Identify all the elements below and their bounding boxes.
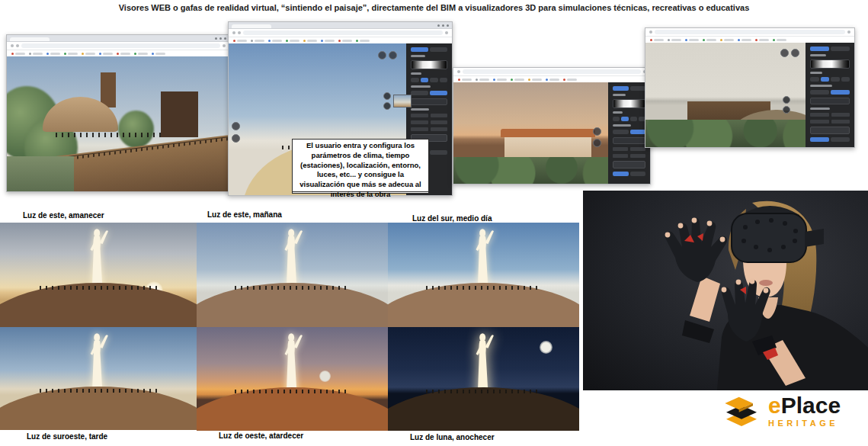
- bookmark-item[interactable]: [251, 40, 264, 42]
- zoom-in-button[interactable]: [780, 49, 789, 57]
- viewport-plaza-scene[interactable]: [7, 56, 229, 191]
- bookmark-item[interactable]: [511, 79, 524, 81]
- bookmark-item[interactable]: [82, 53, 95, 55]
- checkbox-row[interactable]: [810, 113, 850, 117]
- url-field[interactable]: [21, 43, 220, 48]
- checkbox-row[interactable]: [411, 127, 447, 131]
- back-icon[interactable]: [457, 70, 460, 73]
- checkbox-row[interactable]: [411, 114, 447, 117]
- bookmark-item[interactable]: [152, 53, 165, 55]
- bookmark-item[interactable]: [546, 79, 559, 81]
- bookmark-item[interactable]: [755, 39, 769, 41]
- back-icon[interactable]: [11, 44, 14, 47]
- panel-tab-settings[interactable]: [810, 47, 829, 51]
- profile-icon[interactable]: [445, 31, 448, 34]
- address-bar[interactable]: [453, 68, 650, 76]
- bookmark-item[interactable]: [99, 53, 113, 55]
- browser-tab[interactable]: [10, 37, 50, 41]
- bookmark-item[interactable]: [685, 39, 699, 41]
- scale-buttons[interactable]: [810, 137, 850, 142]
- movement-mode-buttons[interactable]: [810, 90, 850, 95]
- profile-icon[interactable]: [223, 44, 226, 47]
- window-controls[interactable]: [437, 24, 449, 27]
- back-icon[interactable]: [649, 30, 652, 34]
- panel-tab-info[interactable]: [430, 47, 447, 52]
- language-dropdown[interactable]: [613, 161, 645, 168]
- tab-strip[interactable]: [7, 35, 229, 42]
- bookmark-item[interactable]: [321, 40, 335, 42]
- bookmark-item[interactable]: [668, 39, 681, 41]
- bookmark-item[interactable]: [303, 40, 317, 42]
- reload-icon[interactable]: [238, 31, 241, 34]
- zoom-out-button[interactable]: [389, 51, 397, 59]
- zoom-out-button[interactable]: [791, 49, 799, 57]
- collapse-icon[interactable]: [383, 92, 391, 100]
- nav-down-button[interactable]: [593, 139, 601, 147]
- tab-strip[interactable]: [229, 22, 452, 29]
- checkbox-row[interactable]: [613, 147, 645, 151]
- expand-icon[interactable]: [383, 102, 391, 110]
- address-bar[interactable]: [229, 29, 452, 37]
- time-of-day-slider[interactable]: [810, 59, 850, 69]
- panel-tab-info[interactable]: [630, 86, 646, 91]
- text-field[interactable]: [411, 98, 447, 105]
- bookmark-item[interactable]: [46, 53, 60, 55]
- bookmark-item[interactable]: [476, 79, 489, 81]
- nav-up-button[interactable]: [593, 127, 601, 136]
- bookmark-item[interactable]: [11, 53, 25, 55]
- text-field[interactable]: [613, 137, 645, 144]
- nav-right-button[interactable]: [232, 134, 240, 143]
- bookmark-item[interactable]: [563, 79, 577, 81]
- movement-mode-buttons[interactable]: [613, 130, 645, 134]
- bookmark-item[interactable]: [458, 79, 472, 81]
- expand-icon[interactable]: [783, 106, 790, 114]
- bookmark-item[interactable]: [286, 40, 299, 42]
- speed-buttons[interactable]: [411, 78, 447, 82]
- bookmark-item[interactable]: [528, 79, 542, 81]
- nav-left-button[interactable]: [232, 122, 240, 130]
- bookmark-item[interactable]: [720, 39, 734, 41]
- bookmark-item[interactable]: [338, 40, 352, 42]
- panel-side-controls[interactable]: [783, 96, 790, 114]
- bookmark-item[interactable]: [29, 53, 43, 55]
- language-dropdown[interactable]: [810, 127, 850, 134]
- bookmark-item[interactable]: [233, 40, 247, 42]
- browser-tab[interactable]: [232, 24, 271, 28]
- scale-buttons[interactable]: [613, 172, 645, 176]
- bookmark-item[interactable]: [64, 53, 78, 55]
- bookmark-item[interactable]: [493, 79, 507, 81]
- speed-buttons[interactable]: [810, 77, 850, 82]
- movement-mode-buttons[interactable]: [411, 91, 447, 95]
- scene-thumbnail[interactable]: [393, 95, 412, 107]
- time-of-day-slider[interactable]: [411, 60, 447, 69]
- window-controls[interactable]: [215, 37, 226, 40]
- checkbox-row[interactable]: [613, 154, 645, 158]
- bookmark-item[interactable]: [738, 39, 751, 41]
- bookmark-item[interactable]: [117, 53, 130, 55]
- bookmark-item[interactable]: [134, 53, 148, 55]
- panel-tab-info[interactable]: [831, 47, 850, 51]
- url-field[interactable]: [243, 30, 443, 35]
- bookmark-item[interactable]: [356, 40, 370, 42]
- bookmark-item[interactable]: [703, 39, 716, 41]
- collapse-icon[interactable]: [783, 96, 790, 104]
- bookmark-item[interactable]: [650, 39, 664, 41]
- bookmark-item[interactable]: [773, 39, 786, 41]
- checkbox-row[interactable]: [411, 120, 447, 124]
- panel-tab-settings[interactable]: [411, 47, 428, 52]
- panel-side-controls[interactable]: [383, 92, 412, 110]
- zoom-in-button[interactable]: [378, 51, 386, 59]
- checkbox-row[interactable]: [810, 120, 850, 124]
- reload-icon[interactable]: [16, 44, 19, 47]
- text-field[interactable]: [810, 98, 850, 104]
- url-field[interactable]: [463, 69, 641, 74]
- url-field[interactable]: [655, 30, 845, 34]
- bookmark-item[interactable]: [268, 40, 282, 42]
- profile-icon[interactable]: [847, 30, 850, 34]
- address-bar[interactable]: [645, 28, 854, 37]
- time-of-day-slider[interactable]: [613, 99, 645, 108]
- back-icon[interactable]: [232, 31, 235, 34]
- panel-tab-settings[interactable]: [613, 86, 629, 91]
- address-bar[interactable]: [7, 42, 229, 50]
- speed-buttons[interactable]: [613, 117, 645, 121]
